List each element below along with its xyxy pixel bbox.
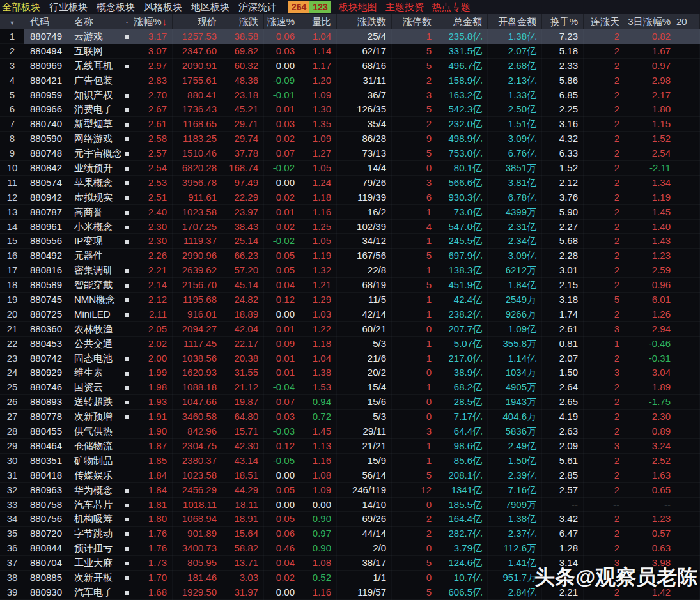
cell-oamt: 1.51亿 xyxy=(488,117,542,132)
cell-lb: 1.22 xyxy=(300,322,337,337)
header-r20[interactable]: 20 xyxy=(676,14,700,29)
table-row[interactable]: 11880574苹果概念2.533956.7897.490.001.2479/2… xyxy=(0,176,700,190)
cell-zd: 31.55 xyxy=(222,365,264,380)
cell-ztn: 1 xyxy=(392,205,437,220)
table-row[interactable]: 13880787高商誉2.401023.5823.970.011.1616/21… xyxy=(0,205,700,220)
sector-marker-icon xyxy=(125,547,129,551)
cell-name: 云游戏 xyxy=(72,29,121,44)
cell-zs: -0.02 xyxy=(264,161,300,176)
link-theme-invest[interactable]: 主题投资 xyxy=(385,1,424,13)
table-row[interactable]: 29880464仓储物流1.872304.7542.300.121.1321/2… xyxy=(0,439,700,454)
table-row[interactable]: 32880963华为概念1.842456.2944.290.051.09246/… xyxy=(0,483,700,498)
cell-mark xyxy=(121,190,132,205)
table-row[interactable]: 1880749云游戏3.171257.5338.580.061.0425/412… xyxy=(0,29,700,44)
header-name[interactable]: 名称 xyxy=(72,14,121,29)
link-hot-topics[interactable]: 热点专题 xyxy=(432,1,471,13)
table-row[interactable]: 30880351矿物制品1.852380.3743.14-0.051.1615/… xyxy=(0,454,700,468)
table-row[interactable]: 26880893送转超跌1.931047.6619.870.070.9415/6… xyxy=(0,395,700,410)
tab-sh-sz-stats[interactable]: 沪深统计 xyxy=(238,1,277,13)
cell-mark xyxy=(121,220,132,235)
cell-ztn: 9 xyxy=(392,132,437,146)
cell-idx: 25 xyxy=(0,380,24,395)
tab-region-sectors[interactable]: 地区板块 xyxy=(191,1,229,13)
cell-r20 xyxy=(676,512,700,527)
table-row[interactable]: 3880969无线耳机2.972090.9160.320.001.1768/16… xyxy=(0,59,700,73)
table-row[interactable]: 20880725MiniLED2.11916.0118.890.001.0342… xyxy=(0,307,700,322)
table-row[interactable]: 36880844预计扭亏1.763400.7358.820.460.902/00… xyxy=(0,541,700,556)
table-row[interactable]: 15880556IP变现2.301119.3725.14-0.021.0534/… xyxy=(0,234,700,249)
table-row[interactable]: 6880966消费电子2.671736.4345.210.011.30126/3… xyxy=(0,102,700,117)
cell-d3: -0.46 xyxy=(625,337,676,351)
cell-idx: 37 xyxy=(0,556,24,571)
tab-style-sectors[interactable]: 风格板块 xyxy=(144,1,182,13)
cell-zf: 3.07 xyxy=(132,44,173,59)
table-row[interactable]: 19880745NMN概念2.121195.6824.820.121.2911/… xyxy=(0,293,700,307)
header-price[interactable]: 现价 xyxy=(173,14,222,29)
table-row[interactable]: 18880589智能穿戴2.142156.7045.140.041.2168/1… xyxy=(0,278,700,293)
cell-zd: 48.36 xyxy=(222,73,264,88)
cell-zs: 0.12 xyxy=(264,439,300,454)
cell-price: 1047.66 xyxy=(173,395,222,410)
header-lzt[interactable]: 连涨天 xyxy=(584,14,625,29)
cell-lb: 1.38 xyxy=(300,365,337,380)
table-row[interactable]: 28880455供气供热1.90842.9615.71-0.031.4529/1… xyxy=(0,424,700,439)
table-row[interactable]: 22880453公共交通2.021117.4522.170.091.185/31… xyxy=(0,337,700,351)
table-row[interactable]: 24880929维生素1.991620.9331.550.011.3820/20… xyxy=(0,365,700,380)
cell-hs: 2.15 xyxy=(542,278,584,293)
cell-zdn: 16/2 xyxy=(337,205,392,220)
cell-price: 1707.25 xyxy=(173,220,222,235)
table-row[interactable]: 8880590网络游戏2.581183.2529.740.021.0986/28… xyxy=(0,132,700,146)
header-mark[interactable]: · xyxy=(121,14,132,29)
header-oamt[interactable]: 开盘金额 xyxy=(488,14,542,29)
tab-concept-sectors[interactable]: 概念板块 xyxy=(97,1,135,13)
table-row[interactable]: 4880421广告包装2.831755.6148.36-0.091.2031/1… xyxy=(0,73,700,88)
link-sector-map[interactable]: 板块地图 xyxy=(339,1,377,13)
table-row[interactable]: 34880756机构吸筹1.801068.9418.910.050.9069/2… xyxy=(0,512,700,527)
table-row[interactable]: 31880418传媒娱乐1.841023.5818.510.001.0856/1… xyxy=(0,468,700,483)
table-row[interactable]: 35880720字节跳动1.76901.8915.640.060.9744/14… xyxy=(0,527,700,541)
header-amt[interactable]: 总金额 xyxy=(437,14,488,29)
cell-zd: 20.38 xyxy=(222,351,264,366)
cell-name: 机构吸筹 xyxy=(72,512,121,527)
table-row[interactable]: 2880494互联网3.072347.6069.820.031.1462/175… xyxy=(0,44,700,59)
cell-zd: 37.78 xyxy=(222,146,264,161)
header-d3[interactable]: 3日涨幅% xyxy=(625,14,676,29)
header-zdn[interactable]: 涨跌数 xyxy=(337,14,392,29)
tab-all-sectors[interactable]: 全部板块 xyxy=(2,1,40,13)
cell-idx: 7 xyxy=(0,117,24,132)
table-row[interactable]: 12880942虚拟现实2.51911.6122.290.021.18119/3… xyxy=(0,190,700,205)
cell-zf: 2.61 xyxy=(132,117,173,132)
header-idx[interactable]: ▼ xyxy=(0,14,24,29)
header-hs[interactable]: 换手% xyxy=(542,14,584,29)
cell-amt: 64.4亿 xyxy=(437,424,488,439)
cell-idx: 3 xyxy=(0,59,24,73)
cell-idx: 19 xyxy=(0,293,24,307)
header-zs[interactable]: 涨速% xyxy=(264,14,300,29)
cell-zd: 18.51 xyxy=(222,468,264,483)
tab-industry-sectors[interactable]: 行业板块 xyxy=(49,1,88,13)
table-row[interactable]: 16880492元器件2.262990.9666.230.051.19167/5… xyxy=(0,249,700,263)
cell-zd: 38.43 xyxy=(222,220,264,235)
table-row[interactable]: 27880778次新预增1.913460.5864.800.030.725/30… xyxy=(0,410,700,424)
table-row[interactable]: 25880746国资云1.981088.1821.12-0.041.5315/4… xyxy=(0,380,700,395)
table-row[interactable]: 21880360农林牧渔2.052094.2742.040.011.2260/2… xyxy=(0,322,700,337)
cell-amt: 73.0亿 xyxy=(437,205,488,220)
table-row[interactable]: 33880758汽车芯片1.811018.1118.110.000.0014/1… xyxy=(0,498,700,512)
cell-zd: 15.64 xyxy=(222,527,264,541)
table-row[interactable]: 10880842业绩预升2.546820.28168.74-0.021.0514… xyxy=(0,161,700,176)
header-zd[interactable]: 涨跌 xyxy=(222,14,264,29)
table-row[interactable]: 23880742固态电池2.001038.5620.380.011.0421/6… xyxy=(0,351,700,366)
cell-lb: 1.45 xyxy=(300,424,337,439)
cell-lb: 1.14 xyxy=(300,44,337,59)
table-row[interactable]: 14880961小米概念2.301707.2538.430.021.25102/… xyxy=(0,220,700,235)
header-zf[interactable]: 涨幅%↓ xyxy=(132,14,173,29)
header-ztn[interactable]: 涨停数 xyxy=(392,14,437,29)
table-row[interactable]: 9880748元宇宙概念2.571510.4637.780.071.2773/1… xyxy=(0,146,700,161)
header-code[interactable]: 代码 xyxy=(24,14,72,29)
cell-r20 xyxy=(676,454,700,468)
table-row[interactable]: 7880740新型烟草2.611168.6529.710.031.3535/42… xyxy=(0,117,700,132)
table-row[interactable]: 5880959知识产权2.70880.4123.18-0.011.0936/73… xyxy=(0,88,700,103)
cell-code: 880816 xyxy=(24,263,72,278)
header-lb[interactable]: 量比 xyxy=(300,14,337,29)
table-row[interactable]: 17880816密集调研2.212639.6257.200.051.3222/8… xyxy=(0,263,700,278)
